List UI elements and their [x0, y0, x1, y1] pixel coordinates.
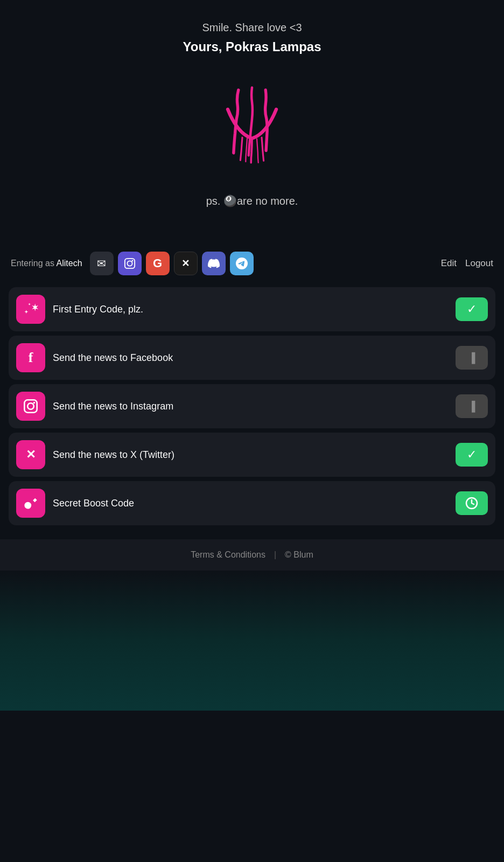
svg-point-6 [26, 504, 30, 508]
task-status-instagram[interactable]: ▐ [456, 394, 488, 418]
check-icon: ✓ [467, 302, 477, 316]
social-icons-bar: ✉ G ✕ [90, 252, 254, 275]
svg-point-5 [33, 402, 36, 404]
task-icon-key [16, 489, 45, 518]
svg-point-1 [127, 261, 132, 266]
task-item-first-entry[interactable]: First Entry Code, plz. ✓ [9, 287, 495, 331]
tagline: Smile. Share love <3 [11, 22, 493, 34]
task-item-instagram[interactable]: Send the news to Instagram ▐ [9, 384, 495, 428]
task-label-instagram: Send the news to Instagram [53, 401, 448, 412]
task-item-facebook[interactable]: f Send the news to Facebook ▐ [9, 336, 495, 380]
task-label-facebook: Send the news to Facebook [53, 352, 448, 364]
author-name: Yours, Pokras Lampas [11, 39, 493, 54]
task-label-twitter: Send the news to X (Twitter) [53, 449, 448, 461]
task-icon-twitter: ✕ [16, 440, 45, 469]
footer-copyright: © Blum [285, 550, 313, 560]
logout-button[interactable]: Logout [465, 258, 493, 269]
task-status-first-entry[interactable]: ✓ [456, 297, 488, 321]
task-icon-instagram [16, 392, 45, 421]
top-section: Smile. Share love <3 Yours, Pokras Lampa… [0, 0, 504, 245]
task-status-twitter[interactable]: ✓ [456, 443, 488, 467]
task-label-first-entry: First Entry Code, plz. [53, 304, 448, 315]
facebook-letter: f [29, 350, 33, 366]
svg-point-2 [131, 260, 133, 262]
task-icon-facebook: f [16, 343, 45, 372]
task-label-boost: Secret Boost Code [53, 498, 448, 509]
logo-container [198, 71, 306, 178]
user-bar: Entering as Alitech ✉ G ✕ Edit Logout [0, 245, 504, 282]
user-actions: Edit Logout [441, 258, 493, 269]
terms-conditions-link[interactable]: Terms & Conditions [191, 550, 265, 560]
footer-divider: | [274, 550, 276, 560]
clock-icon [465, 497, 478, 510]
toggle-icon-facebook: ▐ [468, 352, 475, 364]
google-social-icon[interactable]: G [146, 252, 170, 275]
x-letter: ✕ [26, 448, 36, 462]
email-social-icon[interactable]: ✉ [90, 252, 114, 275]
x-social-icon[interactable]: ✕ [174, 252, 198, 275]
task-status-boost[interactable] [456, 491, 488, 515]
tasks-section: First Entry Code, plz. ✓ f Send the news… [0, 282, 504, 531]
entering-as-label: Entering as Alitech [11, 259, 82, 268]
task-icon-magic [16, 295, 45, 324]
toggle-icon-instagram: ▐ [468, 401, 475, 412]
svg-rect-0 [124, 259, 134, 268]
task-item-twitter[interactable]: ✕ Send the news to X (Twitter) ✓ [9, 433, 495, 477]
footer: Terms & Conditions | © Blum [0, 539, 504, 571]
task-status-facebook[interactable]: ▐ [456, 346, 488, 370]
discord-social-icon[interactable] [202, 252, 226, 275]
check-icon-twitter: ✓ [467, 448, 477, 462]
bottom-gradient [0, 571, 504, 711]
instagram-social-icon[interactable] [118, 252, 142, 275]
task-item-boost[interactable]: Secret Boost Code [9, 481, 495, 525]
logo-svg [204, 71, 300, 168]
ps-text: ps. 🎱are no more. [11, 194, 493, 207]
edit-button[interactable]: Edit [441, 258, 457, 269]
svg-point-4 [27, 403, 34, 409]
svg-rect-3 [24, 400, 37, 412]
telegram-social-icon[interactable] [230, 252, 254, 275]
